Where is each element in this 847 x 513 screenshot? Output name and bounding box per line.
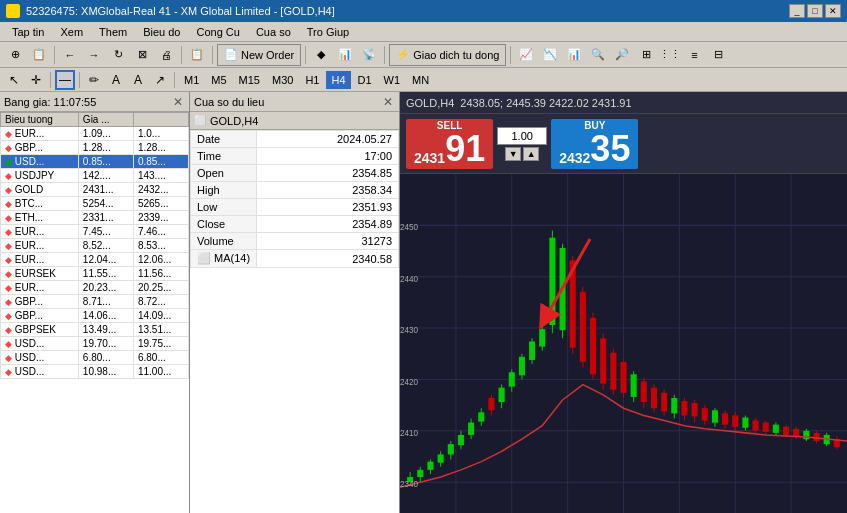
menu-bieudo[interactable]: Bieu do: [135, 24, 188, 40]
data-panel-close[interactable]: ✕: [381, 95, 395, 109]
cursor-tool[interactable]: ↖: [4, 70, 24, 90]
toolbar-zoom-in[interactable]: 🔍: [587, 44, 609, 66]
toolbar-btn-8[interactable]: ◆: [310, 44, 332, 66]
tf-h4[interactable]: H4: [326, 71, 350, 89]
toolbar-btn-13[interactable]: ⊟: [707, 44, 729, 66]
close-button[interactable]: ✕: [825, 4, 841, 18]
buy-button[interactable]: BUY 2432 35: [551, 119, 638, 169]
chart-header: GOLD,H4 2438.05; 2445.39 2422.02 2431.91: [400, 92, 847, 114]
pencil-tool[interactable]: ✏: [84, 70, 104, 90]
svg-rect-27: [468, 423, 474, 435]
bid-cell: 14.06...: [78, 309, 133, 323]
auto-trade-icon: ⚡: [396, 48, 410, 61]
price-table-row[interactable]: ◆ BTC... 5254... 5265...: [1, 197, 189, 211]
price-table-row[interactable]: ◆ EURSEK 11.55... 11.56...: [1, 267, 189, 281]
minimize-button[interactable]: _: [789, 4, 805, 18]
toolbar-chart-2[interactable]: 📉: [539, 44, 561, 66]
tf-h1[interactable]: H1: [300, 71, 324, 89]
symbol-cell: ◆ GBP...: [1, 295, 79, 309]
toolbar-btn-2[interactable]: 📋: [28, 44, 50, 66]
price-table-row[interactable]: ◆ USD... 0.85... 0.85...: [1, 155, 189, 169]
svg-rect-19: [427, 462, 433, 470]
price-table: Bieu tuong Gia ... ◆ EUR... 1.09... 1.0.…: [0, 112, 189, 513]
lot-input[interactable]: [497, 127, 547, 145]
auto-trade-button[interactable]: ⚡ Giao dich tu dong: [389, 44, 506, 66]
menu-congcu[interactable]: Cong Cu: [188, 24, 247, 40]
toolbar-refresh[interactable]: ↻: [107, 44, 129, 66]
diamond-icon: ◆: [5, 339, 12, 349]
price-table-row[interactable]: ◆ GBP... 8.71... 8.72...: [1, 295, 189, 309]
price-table-row[interactable]: ◆ USD... 19.70... 19.75...: [1, 337, 189, 351]
ask-cell: 19.75...: [133, 337, 188, 351]
price-panel-close[interactable]: ✕: [171, 95, 185, 109]
bid-cell: 6.80...: [78, 351, 133, 365]
price-table-row[interactable]: ◆ GOLD 2431... 2432...: [1, 183, 189, 197]
toolbar-back[interactable]: ←: [59, 44, 81, 66]
toolbar-forward[interactable]: →: [83, 44, 105, 66]
symbol-cell: ◆ EURSEK: [1, 267, 79, 281]
data-panel-title: Cua so du lieu: [194, 96, 264, 108]
toolbar-btn-7[interactable]: 📋: [186, 44, 208, 66]
menu-cuaso[interactable]: Cua so: [248, 24, 299, 40]
sell-button[interactable]: SELL 2431 91: [406, 119, 493, 169]
data-panel: Cua so du lieu ✕ ⬜ GOLD,H4 Date 2024.05.…: [190, 92, 400, 513]
price-table-row[interactable]: ◆ USD... 10.98... 11.00...: [1, 365, 189, 379]
price-table-row[interactable]: ◆ EUR... 20.23... 20.25...: [1, 281, 189, 295]
menu-taptin[interactable]: Tap tin: [4, 24, 52, 40]
price-table-row[interactable]: ◆ USDJPY 142.... 143....: [1, 169, 189, 183]
tf-m30[interactable]: M30: [267, 71, 298, 89]
toolbar-btn-11[interactable]: ⋮⋮: [659, 44, 681, 66]
toolbar-btn-1[interactable]: ⊕: [4, 44, 26, 66]
toolbar-btn-5[interactable]: ⊠: [131, 44, 153, 66]
price-table-row[interactable]: ◆ EUR... 8.52... 8.53...: [1, 239, 189, 253]
new-order-button[interactable]: 📄 New Order: [217, 44, 301, 66]
tf-m1[interactable]: M1: [179, 71, 204, 89]
toolbar-chart-3[interactable]: 📊: [563, 44, 585, 66]
lot-down[interactable]: ▼: [505, 147, 521, 161]
maximize-button[interactable]: □: [807, 4, 823, 18]
toolbar-grid[interactable]: ⊞: [635, 44, 657, 66]
tf-d1[interactable]: D1: [353, 71, 377, 89]
menu-trogiup[interactable]: Tro Giup: [299, 24, 357, 40]
svg-rect-47: [570, 260, 576, 347]
price-table-row[interactable]: ◆ ETH... 2331... 2339...: [1, 211, 189, 225]
col-header-symbol: Bieu tuong: [1, 113, 79, 127]
price-table-row[interactable]: ◆ EUR... 12.04... 12.06...: [1, 253, 189, 267]
price-table-row[interactable]: ◆ GBP... 14.06... 14.09...: [1, 309, 189, 323]
svg-rect-61: [641, 382, 647, 403]
toolbar-chart-1[interactable]: 📈: [515, 44, 537, 66]
price-table-row[interactable]: ◆ EUR... 1.09... 1.0...: [1, 127, 189, 141]
tf-m5[interactable]: M5: [206, 71, 231, 89]
toolbar-btn-12[interactable]: ≡: [683, 44, 705, 66]
ask-cell: 1.0...: [133, 127, 188, 141]
price-table-row[interactable]: ◆ USD... 6.80... 6.80...: [1, 351, 189, 365]
tf-m15[interactable]: M15: [234, 71, 265, 89]
line-tool[interactable]: —: [55, 70, 75, 90]
toolbar-btn-9[interactable]: 📊: [334, 44, 356, 66]
sell-buy-area: SELL 2431 91 ▼ ▲ BUY 2432 35: [400, 114, 847, 174]
menu-them[interactable]: Them: [91, 24, 135, 40]
data-table-row: Time 17:00: [191, 148, 399, 165]
svg-rect-73: [702, 408, 708, 420]
ask-cell: 11.56...: [133, 267, 188, 281]
tf-mn[interactable]: MN: [407, 71, 434, 89]
text-tool-2[interactable]: A: [128, 70, 148, 90]
tf-w1[interactable]: W1: [379, 71, 406, 89]
svg-rect-37: [519, 357, 525, 375]
diamond-icon: ◆: [5, 311, 12, 321]
menu-xem[interactable]: Xem: [52, 24, 91, 40]
lot-up[interactable]: ▲: [523, 147, 539, 161]
toolbar-btn-6[interactable]: 🖨: [155, 44, 177, 66]
diamond-icon: ◆: [5, 353, 12, 363]
text-tool[interactable]: A: [106, 70, 126, 90]
data-table-row: Open 2354.85: [191, 165, 399, 182]
symbol-cell: ◆ EUR...: [1, 225, 79, 239]
toolbar-btn-10[interactable]: 📡: [358, 44, 380, 66]
toolbar-zoom-out[interactable]: 🔎: [611, 44, 633, 66]
crosshair-tool[interactable]: ✛: [26, 70, 46, 90]
symbol-cell: ◆ GBPSEK: [1, 323, 79, 337]
price-table-row[interactable]: ◆ GBP... 1.28... 1.28...: [1, 141, 189, 155]
price-table-row[interactable]: ◆ GBPSEK 13.49... 13.51...: [1, 323, 189, 337]
price-table-row[interactable]: ◆ EUR... 7.45... 7.46...: [1, 225, 189, 239]
arrow-tool[interactable]: ↗: [150, 70, 170, 90]
